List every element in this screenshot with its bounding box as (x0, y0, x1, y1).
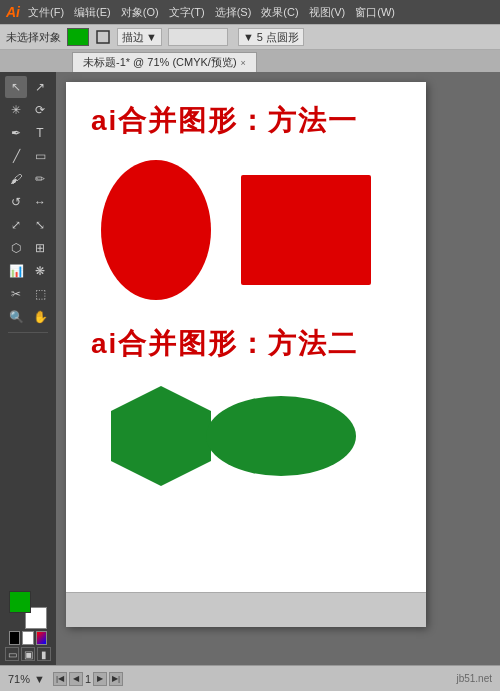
eraser-icon: ⬚ (35, 287, 46, 301)
eraser-tool[interactable]: ⬚ (29, 283, 51, 305)
lasso-tool[interactable]: ⟳ (29, 99, 51, 121)
reflect-tool[interactable]: ↔ (29, 191, 51, 213)
svg-marker-1 (111, 386, 211, 486)
pen-icon: ✒ (11, 126, 21, 140)
slice-tool[interactable]: ✂ (5, 283, 27, 305)
fill-stroke-box[interactable] (9, 591, 47, 629)
toolbar: ↖ ↗ ✳ ⟳ ✒ T ╱ ▭ (0, 72, 56, 665)
shape-tool[interactable]: ▭ (29, 145, 51, 167)
hand-tool[interactable]: ✋ (29, 306, 51, 328)
type-tool[interactable]: T (29, 122, 51, 144)
scale-icon: ⤢ (11, 218, 21, 232)
next-button[interactable]: ▶ (93, 672, 107, 686)
sym-tool[interactable]: ❋ (29, 260, 51, 282)
zoom-tools: 🔍 ✋ (5, 306, 51, 328)
prev-button[interactable]: ◀ (69, 672, 83, 686)
fill-box[interactable] (9, 591, 31, 613)
main-layout: ↖ ↗ ✳ ⟳ ✒ T ╱ ▭ (0, 72, 500, 665)
rotate-tool[interactable]: ↺ (5, 191, 27, 213)
stroke-icon[interactable] (95, 29, 111, 45)
hexagon-shape (101, 381, 221, 491)
select-tool[interactable]: ↖ (5, 76, 27, 98)
menu-window[interactable]: 窗口(W) (355, 5, 395, 20)
menu-effect[interactable]: 效果(C) (261, 5, 298, 20)
zoom-dropdown-icon[interactable]: ▼ (34, 673, 45, 685)
chart-tool[interactable]: 📊 (5, 260, 27, 282)
mesh-tool[interactable]: ⊞ (29, 237, 51, 259)
rotate-tools: ↺ ↔ (5, 191, 51, 213)
line-tool[interactable]: ╱ (5, 145, 27, 167)
style-dropdown[interactable]: 描边 ▼ (117, 28, 162, 46)
menu-text[interactable]: 文字(T) (169, 5, 205, 20)
pen-tool[interactable]: ✒ (5, 122, 27, 144)
line-tools: ╱ ▭ (5, 145, 51, 167)
blend-icon: ⬡ (11, 241, 21, 255)
next-page-button[interactable]: ▶| (109, 672, 123, 686)
status-bar: 71% ▼ |◀ ◀ 1 ▶ ▶| jb51.net (0, 665, 500, 691)
red-rectangle (241, 175, 371, 285)
warp-tool[interactable]: ⤡ (29, 214, 51, 236)
title-bar: Ai 文件(F) 编辑(E) 对象(O) 文字(T) 选择(S) 效果(C) 视… (0, 0, 500, 24)
blend-tool[interactable]: ⬡ (5, 237, 27, 259)
method2-title: ai合并图形：方法二 (91, 325, 401, 363)
arrow-icon: ↖ (11, 80, 21, 94)
document-canvas: ai合并图形：方法一 ai合并图形：方法二 (66, 82, 426, 627)
tab-bar: 未标题-1* @ 71% (CMYK/预览) × (0, 50, 500, 72)
full-mode-icon[interactable]: ▣ (21, 647, 35, 661)
red-ellipse (101, 160, 211, 300)
menu-select[interactable]: 选择(S) (215, 5, 252, 20)
options-bar: 未选择对象 描边 ▼ ▼ 5 点圆形 (0, 24, 500, 50)
zoom-icon: 🔍 (9, 310, 24, 324)
blend-tools: ⬡ ⊞ (5, 237, 51, 259)
tab-close-button[interactable]: × (241, 58, 246, 68)
color-small-row (9, 631, 47, 645)
magic-wand-tool[interactable]: ✳ (5, 99, 27, 121)
line-icon: ╱ (13, 149, 20, 163)
menu-bar[interactable]: 文件(F) 编辑(E) 对象(O) 文字(T) 选择(S) 效果(C) 视图(V… (28, 5, 395, 20)
rect-icon: ▭ (35, 149, 46, 163)
watermark-label: jb51.net (456, 673, 492, 684)
pencil-tool[interactable]: ✏ (29, 168, 51, 190)
chart-icon: 📊 (9, 264, 24, 278)
selection-label: 未选择对象 (6, 30, 61, 45)
view-mode-icons: ▭ ▣ ▮ (5, 647, 51, 661)
color-boxes: ▭ ▣ ▮ (5, 591, 51, 661)
magic-lasso-tools: ✳ ⟳ (5, 99, 51, 121)
menu-file[interactable]: 文件(F) (28, 5, 64, 20)
size-dropdown[interactable]: ▼ 5 点圆形 (238, 28, 304, 46)
chart-tools: 📊 ❋ (5, 260, 51, 282)
zoom-display: 71% ▼ (8, 673, 45, 685)
method1-title: ai合并图形：方法一 (91, 102, 401, 140)
doc-content: ai合并图形：方法一 ai合并图形：方法二 (66, 82, 426, 627)
scale-tools: ⤢ ⤡ (5, 214, 51, 236)
normal-mode-icon[interactable]: ▭ (5, 647, 19, 661)
prev-page-button[interactable]: |◀ (53, 672, 67, 686)
default-colors-icon[interactable] (9, 631, 20, 645)
svg-rect-0 (97, 31, 109, 43)
scale-tool[interactable]: ⤢ (5, 214, 27, 236)
options-extra[interactable] (168, 28, 228, 46)
paintbrush-tool[interactable]: 🖌 (5, 168, 27, 190)
preview-mode-icon[interactable]: ▮ (37, 647, 51, 661)
slice-icon: ✂ (11, 287, 21, 301)
direct-select-tool[interactable]: ↗ (29, 76, 51, 98)
swap-colors-icon[interactable] (22, 631, 33, 645)
fill-color-swatch[interactable] (67, 28, 89, 46)
page-number: 1 (85, 673, 91, 685)
lasso-icon: ⟳ (35, 103, 45, 117)
green-ellipse (206, 396, 356, 476)
sym-icon: ❋ (35, 264, 45, 278)
color-icon[interactable] (36, 631, 47, 645)
slice-tools: ✂ ⬚ (5, 283, 51, 305)
canvas-scroll[interactable]: ai合并图形：方法一 ai合并图形：方法二 (56, 72, 500, 665)
mesh-icon: ⊞ (35, 241, 45, 255)
menu-view[interactable]: 视图(V) (309, 5, 346, 20)
menu-edit[interactable]: 编辑(E) (74, 5, 111, 20)
brush-tools: 🖌 ✏ (5, 168, 51, 190)
warp-icon: ⤡ (35, 218, 45, 232)
pen-tools: ✒ T (5, 122, 51, 144)
zoom-tool[interactable]: 🔍 (5, 306, 27, 328)
menu-object[interactable]: 对象(O) (121, 5, 159, 20)
document-tab[interactable]: 未标题-1* @ 71% (CMYK/预览) × (72, 52, 257, 72)
green-combined-shape (101, 381, 356, 491)
